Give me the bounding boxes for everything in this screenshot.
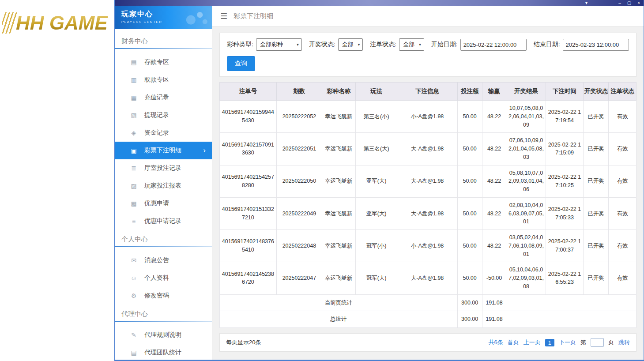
sidebar-item-withdraw-zone[interactable]: ▥取款专区 [115, 71, 212, 89]
cell-result: 03,05,02,04,07,06,10,08,09,01 [506, 230, 546, 262]
cell-result: 07,06,10,09,02,01,04,05,08,03 [506, 133, 546, 165]
stats-label: 当前页统计 [220, 294, 458, 311]
jump-prefix-label: 第 [580, 338, 586, 346]
cell-period: 20250222052 [276, 101, 322, 133]
order-status-group: 注单状态: 全部 ▾ [370, 38, 424, 51]
draw-status-label: 开奖状态: [309, 41, 335, 49]
sidebar-item-label: 厅室投注记录 [144, 164, 181, 172]
sidebar-item-label: 个人资料 [144, 274, 169, 282]
close-icon[interactable]: × [637, 1, 640, 5]
prev-page-link[interactable]: 上一页 [523, 338, 541, 346]
sidebar-item-player-bet-report[interactable]: ▨玩家投注报表 [115, 177, 212, 195]
cell-order-status: 有效 [609, 262, 636, 294]
minimize-icon[interactable]: – [618, 1, 621, 5]
cell-draw-status: 已开奖 [583, 101, 609, 133]
cell-time: 2025-02-22 17:00:37 [546, 230, 583, 262]
deposit-icon: ▤ [130, 59, 137, 66]
sidebar-item-agent-rules[interactable]: ✎代理规则说明 [115, 326, 212, 344]
sidebar-item-funds-records[interactable]: ◈资金记录 [115, 124, 212, 142]
sidebar-item-label: 消息公告 [144, 256, 169, 264]
end-date-input[interactable] [563, 39, 629, 51]
sidebar-subtitle: PLAYERS CENTER [121, 20, 212, 24]
cell-bet-info: 小-A盘@1.98 [397, 230, 457, 262]
filter-row: 彩种类型: 全部彩种 ▾ 开奖状态: 全部 ▾ [227, 38, 629, 51]
order-status-label: 注单状态: [370, 41, 396, 49]
first-page-link[interactable]: 首页 [508, 338, 519, 346]
lottery-type-select[interactable]: 全部彩种 ▾ [256, 38, 302, 51]
sidebar-item-promo-apply-records[interactable]: ≡优惠申请记录 [115, 212, 212, 230]
cell-lottery: 幸运飞艇新 [322, 230, 355, 262]
sidebar-item-hall-bet-records[interactable]: ≣厅室投注记录 [115, 159, 212, 177]
chevron-down-icon[interactable]: ▾ [585, 1, 588, 5]
withdraw-zone-icon: ▥ [130, 76, 137, 83]
cell-result: 10,07,05,08,02,06,04,01,03,09 [506, 101, 546, 133]
page-jump-input[interactable] [591, 338, 604, 347]
cell-winloss: 48.22 [482, 101, 506, 133]
order-status-value: 全部 [403, 41, 414, 49]
cell-lottery: 幸运飞艇新 [322, 262, 355, 294]
hamburger-icon[interactable]: ☰ [220, 11, 227, 21]
sidebar-item-profile[interactable]: ☺个人资料 [115, 269, 212, 287]
cell-play: 亚军(大) [355, 197, 397, 229]
cell-play: 第三名(大) [355, 133, 397, 165]
next-page-link[interactable]: 下一页 [559, 338, 576, 346]
cell-order-no: 401569174021570913630 [220, 133, 277, 165]
player-bet-report-icon: ▨ [130, 182, 137, 189]
cell-lottery: 幸运飞艇新 [322, 133, 355, 165]
current-page-indicator[interactable]: 1 [545, 339, 554, 346]
jump-button[interactable]: 跳转 [618, 338, 630, 346]
table-body: 40156917402159944543020250222052幸运飞艇新第三名… [220, 101, 636, 328]
query-button[interactable]: 查询 [227, 56, 255, 71]
maximize-icon[interactable]: ▢ [627, 1, 631, 5]
cell-order-status: 有效 [609, 197, 636, 229]
sidebar-item-withdraw-records[interactable]: ▧提现记录 [115, 106, 212, 124]
cell-bet-info: 小-A盘@1.98 [397, 101, 457, 133]
agent-rules-icon: ✎ [130, 331, 137, 338]
cell-amount: 50.00 [457, 230, 482, 262]
sidebar-item-promo-apply[interactable]: ▩优惠申请 [115, 195, 212, 212]
sidebar-item-label: 优惠申请记录 [144, 217, 181, 225]
cell-play: 冠军(小) [355, 230, 397, 262]
sidebar-sections: 财务中心▤存款专区▥取款专区▦充值记录▧提现记录◈资金记录▣彩票下注明细›≣厅室… [115, 29, 212, 360]
sidebar-item-agent-team-stats[interactable]: ▤代理团队统计 [115, 344, 212, 360]
cell-amount: 50.00 [457, 262, 482, 294]
table-header-row: 注单号期数彩种名称玩法下注信息投注额输赢开奖结果下注时间开奖状态注单状态 [220, 83, 636, 101]
jump-suffix-label: 页 [608, 338, 614, 346]
cell-bet-info: 大-A盘@1.98 [397, 262, 457, 294]
cell-order-status: 有效 [609, 165, 636, 197]
table-row: 40156917402151332721020250222049幸运飞艇新亚军(… [220, 197, 636, 229]
recharge-record-icon: ▦ [130, 94, 137, 101]
sidebar-item-messages[interactable]: ✉消息公告 [115, 252, 212, 269]
sidebar-item-change-password[interactable]: ⚙修改密码 [115, 287, 212, 305]
sidebar-item-recharge-records[interactable]: ▦充值记录 [115, 89, 212, 106]
cell-period: 20250222048 [276, 230, 322, 262]
page-stats-row: 当前页统计300.00191.08 [220, 294, 636, 311]
cell-draw-status: 已开奖 [583, 230, 609, 262]
select-arrow-icon: ▾ [358, 42, 360, 47]
column-header: 开奖结果 [506, 83, 546, 101]
draw-status-select[interactable]: 全部 ▾ [338, 38, 363, 51]
promo-apply-icon: ▩ [130, 200, 137, 207]
sidebar-item-label: 代理规则说明 [144, 331, 181, 339]
cell-order-status: 有效 [609, 133, 636, 165]
cell-order-status: 有效 [609, 101, 636, 133]
filter-panel: 彩种类型: 全部彩种 ▾ 开奖状态: 全部 ▾ [219, 33, 636, 77]
sidebar: 玩家中心 PLAYERS CENTER 财务中心▤存款专区▥取款专区▦充值记录▧… [115, 6, 212, 360]
start-date-input[interactable] [460, 39, 527, 51]
order-status-select[interactable]: 全部 ▾ [399, 38, 424, 51]
cell-play: 冠军(大) [355, 262, 397, 294]
cell-winloss: -50.00 [482, 262, 506, 294]
sidebar-item-lottery-bet-details[interactable]: ▣彩票下注明细› [115, 142, 212, 159]
cell-amount: 50.00 [457, 197, 482, 229]
cell-bet-info: 大-A盘@1.98 [397, 165, 457, 197]
column-header: 彩种名称 [322, 83, 355, 101]
start-date-group: 开始日期: [431, 39, 527, 51]
sidebar-item-deposit-zone[interactable]: ▤存款专区 [115, 53, 212, 71]
section-divider [115, 321, 212, 322]
sidebar-item-label: 取款专区 [144, 76, 169, 84]
cell-lottery: 幸运飞艇新 [322, 197, 355, 229]
column-header: 注单状态 [609, 83, 636, 101]
cell-lottery: 幸运飞艇新 [322, 101, 355, 133]
column-header: 注单号 [220, 83, 277, 101]
stats-amount: 300.00 [457, 294, 482, 311]
